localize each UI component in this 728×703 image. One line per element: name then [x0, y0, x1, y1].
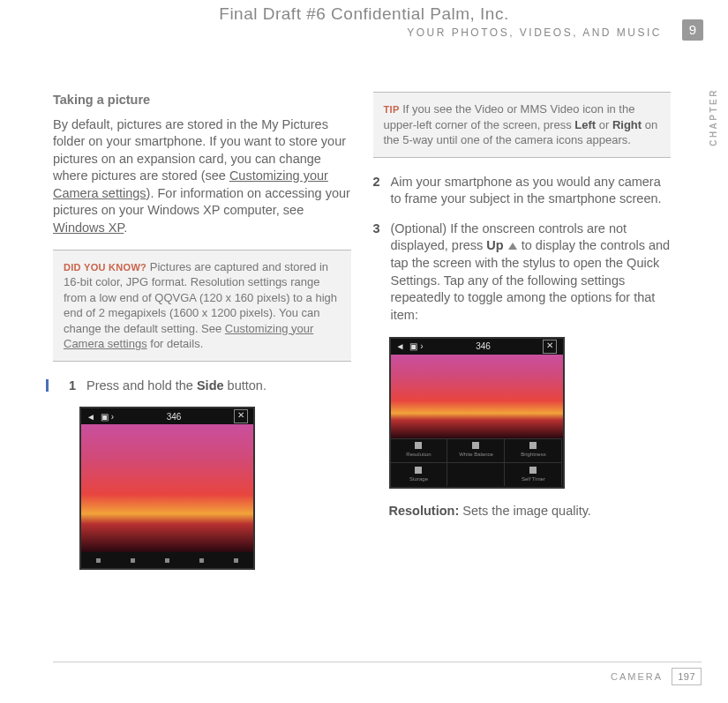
tip-label: TIP — [384, 104, 400, 115]
screenshot-time: 346 — [167, 411, 182, 423]
link-windows-xp[interactable]: Windows XP — [53, 221, 124, 235]
step-text: (Optional) If the onscreen controls are … — [391, 221, 672, 325]
screenshot-time: 346 — [476, 340, 491, 353]
step-text: Aim your smartphone as you would any cam… — [391, 174, 672, 208]
setting-empty — [447, 462, 505, 486]
back-icon: ◄ — [396, 340, 405, 353]
bold-text: Up — [486, 238, 503, 252]
text: . — [124, 221, 127, 235]
tip-box: TIP If you see the Video or MMS Video ic… — [373, 92, 672, 158]
right-column: TIP If you see the Video or MMS Video ic… — [373, 92, 672, 584]
close-icon: ✕ — [234, 409, 248, 423]
svg-marker-0 — [508, 243, 517, 250]
content-columns: Taking a picture By default, pictures ar… — [0, 39, 728, 584]
bold-text: Side — [197, 378, 224, 393]
camera-screenshot-2: ◄▣ › 346 ✕ Resolution White Balance Brig… — [389, 337, 565, 489]
screenshot-bottombar — [81, 552, 253, 568]
bold-text: Left — [574, 118, 596, 131]
text: for details. — [147, 337, 204, 350]
close-icon: ✕ — [543, 340, 557, 354]
did-you-know-box: DID YOU KNOW? Pictures are captured and … — [53, 250, 351, 362]
camera-icon: ▣ › — [409, 340, 423, 353]
chapter-label: CHAPTER — [709, 88, 718, 146]
header-watermark: Final Draft #6 Confidential Palm, Inc. — [0, 4, 728, 24]
page-number: 197 — [672, 668, 702, 685]
left-column: Taking a picture By default, pictures ar… — [53, 92, 351, 584]
bold-text: Resolution: — [389, 504, 460, 518]
camera-screenshot-1: ◄▣ › 346 ✕ — [79, 407, 255, 570]
screenshot-topbar: ◄▣ › 346 ✕ — [81, 408, 253, 424]
bold-text: Right — [612, 118, 642, 131]
camera-icon: ▣ › — [101, 411, 114, 423]
setting-brightness: Brightness — [505, 438, 562, 462]
step-marker — [53, 378, 69, 395]
screenshot-topbar: ◄▣ › 346 ✕ — [391, 339, 563, 355]
step-2: 2 Aim your smartphone as you would any c… — [373, 174, 672, 208]
section-title: Taking a picture — [53, 92, 351, 109]
setting-self-timer: Self Timer — [505, 462, 562, 486]
did-you-know-label: DID YOU KNOW? — [64, 262, 146, 273]
setting-white-balance: White Balance — [447, 438, 505, 462]
resolution-description: Resolution: Sets the image quality. — [389, 503, 672, 520]
chapter-number-badge: 9 — [682, 19, 703, 41]
quick-settings-grid: Resolution White Balance Brightness Stor… — [391, 438, 563, 487]
up-arrow-icon — [507, 238, 518, 256]
text: button. — [224, 378, 266, 393]
setting-storage: Storage — [391, 462, 448, 486]
step-3: 3 (Optional) If the onscreen controls ar… — [373, 221, 672, 325]
intro-paragraph: By default, pictures are stored in the M… — [53, 116, 351, 237]
step-text: Press and hold the Side button. — [86, 378, 351, 395]
text: Sets the image quality. — [459, 504, 591, 518]
step-number: 1 — [69, 378, 86, 395]
screenshot-viewfinder — [391, 355, 563, 438]
setting-resolution: Resolution — [391, 438, 448, 462]
header-subtitle: YOUR PHOTOS, VIDEOS, AND MUSIC — [0, 26, 728, 39]
text: or — [596, 118, 612, 131]
step-number: 2 — [373, 174, 391, 208]
page-header: Final Draft #6 Confidential Palm, Inc. Y… — [0, 0, 728, 39]
step-1: 1 Press and hold the Side button. — [53, 378, 351, 395]
text: Press and hold the — [86, 378, 197, 393]
page-footer: CAMERA 197 — [53, 662, 702, 685]
screenshot-viewfinder — [81, 424, 253, 552]
back-icon: ◄ — [86, 411, 95, 423]
footer-section: CAMERA — [611, 671, 663, 682]
step-number: 3 — [373, 221, 391, 325]
